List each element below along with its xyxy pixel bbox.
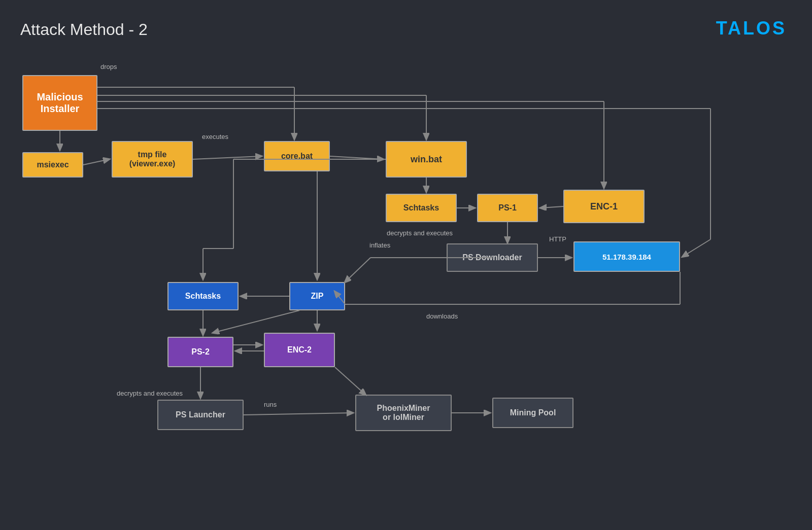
ps-downloader-node: PS Downloader: [447, 243, 538, 272]
ps2-node: PS-2: [167, 337, 233, 367]
http-label: HTTP: [549, 235, 566, 243]
ps-launcher-node: PS Launcher: [157, 400, 244, 430]
ps1-node: PS-1: [477, 194, 538, 222]
schtasks2-node: Schtasks: [167, 282, 239, 310]
diagram-arrows: [0, 0, 812, 530]
svg-line-7: [540, 206, 563, 208]
svg-line-39: [335, 367, 365, 395]
svg-line-2: [83, 159, 109, 165]
svg-line-4: [330, 156, 383, 159]
executes-label: executes: [202, 133, 228, 140]
page-title: Attack Method - 2: [20, 20, 148, 39]
decrypts-executes2-label: decrypts and executes: [117, 390, 183, 397]
enc2-node: ENC-2: [264, 333, 335, 367]
downloads-label: downloads: [426, 312, 458, 320]
svg-line-18: [683, 239, 710, 257]
svg-line-26: [345, 258, 370, 282]
talos-logo: TALOS: [716, 18, 787, 39]
msiexec-node: msiexec: [22, 152, 83, 178]
svg-line-3: [193, 156, 261, 159]
schtasks1-node: Schtasks: [386, 194, 457, 222]
svg-line-29: [213, 310, 299, 333]
inflates-label: inflates: [369, 241, 390, 249]
svg-line-34: [244, 413, 353, 415]
tmp-file-node: tmp file(viewer.exe): [112, 141, 193, 178]
zip-node: ZIP: [289, 282, 345, 310]
core-bat-node: core.bat: [264, 141, 330, 171]
runs-label: runs: [264, 401, 277, 408]
malicious-installer-node: MaliciousInstaller: [22, 75, 97, 131]
enc1-node: ENC-1: [563, 190, 645, 223]
ip-address-node: 51.178.39.184: [573, 241, 680, 272]
drops-label: drops: [100, 63, 117, 70]
mining-pool-node: Mining Pool: [492, 398, 573, 428]
win-bat-node: win.bat: [386, 141, 467, 178]
decrypts-executes1-label: decrypts and executes: [387, 229, 453, 237]
phoenixminer-node: PhoenixMineror lolMiner: [355, 395, 452, 431]
